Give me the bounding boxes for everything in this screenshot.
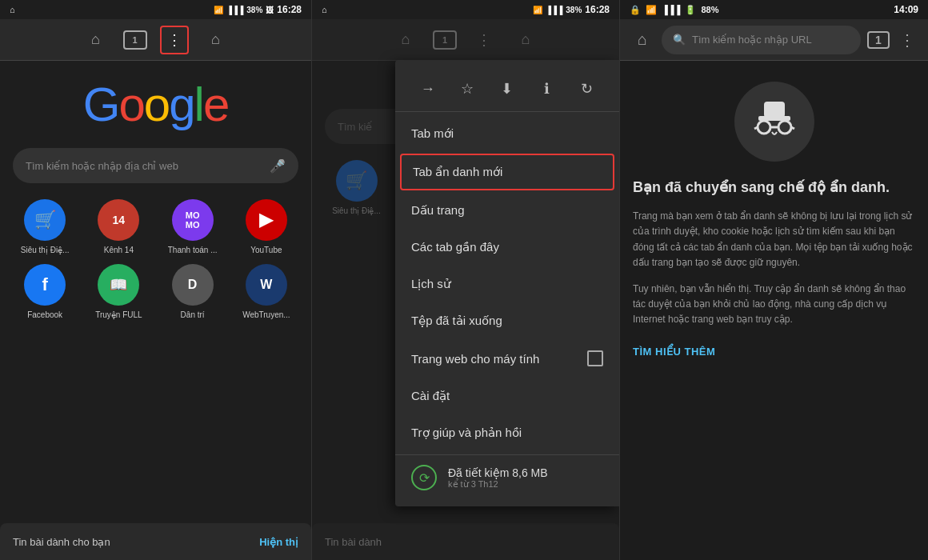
forward-button[interactable]: → bbox=[414, 74, 442, 103]
home-button-right-2[interactable]: ⌂ bbox=[511, 26, 540, 54]
battery-icon-3: 🔋 bbox=[685, 5, 696, 15]
panel-chrome-main: ⌂ 📶 ▐▐▐ 38% 🖼 16:28 ⌂ 1 ⋮ ⌂ Google Tìm k… bbox=[0, 0, 312, 560]
svg-point-3 bbox=[778, 121, 791, 134]
app-label-kenh14: Kênh 14 bbox=[104, 246, 134, 254]
home-button-2[interactable]: ⌂ bbox=[391, 26, 420, 54]
svg-line-5 bbox=[754, 127, 758, 129]
menu-label-help: Trợ giúp và phản hồi bbox=[411, 426, 522, 440]
news-show-button-1[interactable]: Hiện thị bbox=[259, 536, 298, 548]
app-icon-2-sieu: 🛒 bbox=[336, 160, 378, 202]
incognito-circle bbox=[734, 82, 814, 162]
app-shortcut-webtruyen[interactable]: W WebTruyen... bbox=[234, 264, 298, 319]
app-icon-kenh14: 14 bbox=[98, 199, 139, 241]
home-button[interactable]: ⌂ bbox=[82, 26, 110, 54]
incognito-title: Bạn đã chuyển sang chế độ ẩn danh. bbox=[633, 178, 915, 198]
savings-row: ⟳ Đã tiết kiệm 8,6 MB kể từ 3 Th12 bbox=[395, 454, 619, 500]
tabs-button[interactable]: 1 bbox=[123, 30, 147, 50]
tabs-button-3[interactable]: 1 bbox=[867, 31, 890, 49]
menu-label-history: Lịch sử bbox=[411, 277, 451, 291]
image-icon: 🖼 bbox=[266, 6, 274, 14]
app-label-dantri: Dân trí bbox=[181, 310, 205, 319]
news-label-2: Tin bài dành bbox=[325, 536, 606, 548]
tabs-button-2[interactable]: 1 bbox=[433, 30, 457, 50]
search-bar-1[interactable]: Tìm kiếm hoặc nhập địa chỉ web 🎤 bbox=[13, 148, 298, 183]
menu-button-3[interactable]: ⋮ bbox=[896, 30, 918, 50]
app-label-2-sieu: Siêu thị Điệ... bbox=[332, 206, 381, 215]
info-button[interactable]: ℹ bbox=[533, 74, 562, 103]
dropdown-toolbar: → ☆ ⬇ ℹ ↻ bbox=[395, 66, 619, 112]
app-shortcut-truyen[interactable]: 📖 Truyện FULL bbox=[86, 264, 150, 319]
menu-label-new-tab: Tab mới bbox=[411, 126, 454, 141]
app-icon-truyen: 📖 bbox=[98, 264, 139, 306]
svg-line-6 bbox=[791, 127, 794, 129]
app-label-truyen: Truyện FULL bbox=[95, 310, 142, 319]
url-bar-3[interactable]: 🔍 Tìm kiếm hoặc nhập URL bbox=[662, 26, 861, 54]
incognito-desc-2: Tuy nhiên, bạn vẫn hiển thị. Truy cập ẩn… bbox=[633, 282, 915, 328]
browser-content-1: Google Tìm kiếm hoặc nhập địa chỉ web 🎤 … bbox=[0, 61, 311, 523]
app-icon-dantri: D bbox=[172, 264, 214, 306]
logo-g2: g bbox=[169, 78, 194, 131]
menu-button-2[interactable]: ⋮ bbox=[470, 26, 498, 54]
svg-rect-1 bbox=[764, 102, 785, 118]
news-footer-2: Tin bài dành bbox=[312, 523, 619, 560]
menu-item-new-tab[interactable]: Tab mới bbox=[395, 115, 619, 152]
refresh-button[interactable]: ↻ bbox=[572, 74, 601, 103]
incognito-svg bbox=[746, 94, 802, 150]
app-icon-facebook: f bbox=[24, 264, 66, 306]
app-shortcut-momo[interactable]: MOMO Thanh toán ... bbox=[161, 199, 225, 254]
app-shortcut-sieu-thi[interactable]: 🛒 Siêu thị Điệ... bbox=[13, 199, 77, 254]
status-icons-right-3: 14:09 bbox=[894, 4, 918, 15]
battery-text: 38% bbox=[246, 6, 262, 14]
google-logo: Google bbox=[83, 77, 229, 132]
status-icons-left: ⌂ bbox=[10, 5, 15, 14]
app-icon-momo: MOMO bbox=[172, 199, 214, 241]
download-button[interactable]: ⬇ bbox=[493, 74, 522, 103]
desktop-site-checkbox[interactable] bbox=[587, 350, 603, 366]
app-shortcut-facebook[interactable]: f Facebook bbox=[13, 264, 77, 319]
battery-text-3: 88% bbox=[701, 5, 718, 14]
menu-item-downloads[interactable]: Tệp đã tải xuống bbox=[395, 302, 619, 339]
mic-icon[interactable]: 🎤 bbox=[270, 158, 286, 174]
wifi-icon-3: 📶 bbox=[646, 5, 657, 15]
battery-text-2: 38% bbox=[566, 6, 582, 14]
logo-o1: o bbox=[118, 78, 143, 131]
learn-more-button[interactable]: TÌM HIỂU THÊM bbox=[633, 346, 915, 358]
menu-item-recent-tabs[interactable]: Các tab gần đây bbox=[395, 229, 619, 266]
browser-toolbar-1: ⌂ 1 ⋮ ⌂ bbox=[0, 19, 311, 61]
menu-item-settings[interactable]: Cài đặt bbox=[395, 378, 619, 414]
search-placeholder-3: Tìm kiếm hoặc nhập URL bbox=[692, 34, 850, 46]
app-shortcut-kenh14[interactable]: 14 Kênh 14 bbox=[86, 199, 150, 254]
savings-sub-text: kể từ 3 Th12 bbox=[448, 479, 548, 490]
time-display: 16:28 bbox=[277, 4, 302, 15]
app-label-webtruyen: WebTruyen... bbox=[242, 310, 290, 319]
app-icon-sieu-thi: 🛒 bbox=[24, 199, 66, 241]
home-button-right[interactable]: ⌂ bbox=[202, 26, 230, 54]
menu-item-desktop-site[interactable]: Trang web cho máy tính bbox=[395, 339, 619, 378]
signal-icon: ▐▐▐ bbox=[226, 6, 243, 14]
incognito-icon-wrap bbox=[633, 82, 915, 162]
app-shortcut-youtube[interactable]: ▶ YouTube bbox=[234, 199, 298, 254]
app-shortcut-2-sieu: 🛒 Siêu thị Điệ... bbox=[325, 160, 388, 215]
wifi-icon: 📶 bbox=[214, 6, 223, 14]
dropdown-menu: → ☆ ⬇ ℹ ↻ Tab mới Tab ẩn danh mới Dấu tr… bbox=[395, 60, 619, 506]
home-status-icon-2: ⌂ bbox=[322, 5, 327, 14]
menu-label-downloads: Tệp đã tải xuống bbox=[411, 314, 502, 328]
panel-chrome-menu: ⌂ 📶 ▐▐▐ 38% 16:28 ⌂ 1 ⋮ ⌂ Tìm kiế 🛒 Siêu… bbox=[312, 0, 620, 560]
menu-button-highlighted[interactable]: ⋮ bbox=[160, 26, 189, 54]
panel3-toolbar: ⌂ 🔍 Tìm kiếm hoặc nhập URL 1 ⋮ bbox=[620, 19, 928, 61]
menu-item-incognito[interactable]: Tab ẩn danh mới bbox=[400, 154, 614, 190]
bookmark-button[interactable]: ☆ bbox=[453, 74, 482, 103]
savings-icon: ⟳ bbox=[411, 465, 437, 490]
menu-item-bookmarks[interactable]: Dấu trang bbox=[395, 192, 619, 229]
app-shortcut-dantri[interactable]: D Dân trí bbox=[161, 264, 225, 319]
status-bar-3: 🔒 📶 ▐▐▐ 🔋 88% 14:09 bbox=[620, 0, 928, 19]
home-button-3[interactable]: ⌂ bbox=[630, 30, 655, 49]
app-label-momo: Thanh toán ... bbox=[168, 246, 218, 254]
status-icons-left-2: ⌂ bbox=[322, 5, 327, 14]
incognito-desc-1: Trang mà bạn xem ở tab ẩn danh sẽ không … bbox=[633, 209, 915, 270]
menu-item-help[interactable]: Trợ giúp và phản hồi bbox=[395, 414, 619, 451]
status-bar-2: ⌂ 📶 ▐▐▐ 38% 16:28 bbox=[312, 0, 619, 19]
menu-label-recent-tabs: Các tab gần đây bbox=[411, 240, 499, 254]
menu-item-history[interactable]: Lịch sử bbox=[395, 266, 619, 302]
savings-text: Đã tiết kiệm 8,6 MB kể từ 3 Th12 bbox=[448, 466, 548, 490]
